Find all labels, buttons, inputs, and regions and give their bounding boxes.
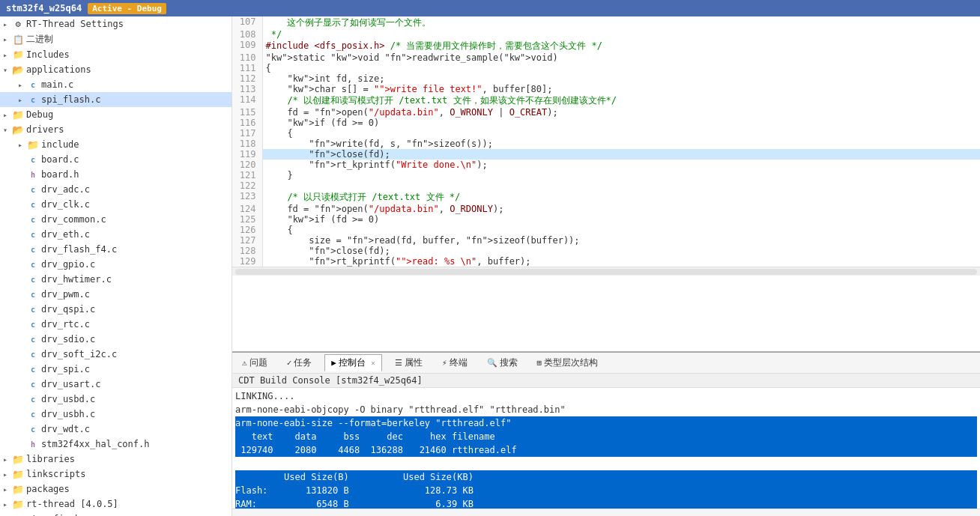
sidebar-label-debug: Debug xyxy=(26,109,53,120)
folder-icon2: 📁 xyxy=(12,109,24,121)
sidebar-label-rtthread: RT-Thread Settings xyxy=(26,19,124,29)
sidebar-label-packages: packages xyxy=(26,484,70,494)
tab-console-label: 控制台 xyxy=(339,356,366,369)
sidebar-item-packages[interactable]: ▸ 📁 packages xyxy=(0,482,232,497)
line-content: "kw">if (fd >= 0) xyxy=(262,118,980,128)
file-c-icon2: c xyxy=(27,94,39,106)
sidebar-item-libraries[interactable]: ▸ 📁 libraries xyxy=(0,452,232,467)
arrow-icon: ▾ xyxy=(3,66,10,74)
sidebar-label-drvhwtimer: drv_hwtimer.c xyxy=(41,274,112,285)
tab-terminal[interactable]: ⚡ 终端 xyxy=(435,354,474,371)
sidebar-item-debug[interactable]: ▸ 📁 Debug xyxy=(0,107,232,122)
line-number: 128 xyxy=(232,246,262,256)
sidebar-label-drvusbd: drv_usbd.c xyxy=(41,394,95,404)
sidebar-item-include[interactable]: ▸ 📁 include xyxy=(0,137,232,152)
sidebar-item-drvusbh[interactable]: c drv_usbh.c xyxy=(0,407,232,422)
line-number: 123 xyxy=(232,191,262,204)
sidebar-label-include: include xyxy=(41,139,79,150)
sidebar-label-binary: 二进制 xyxy=(26,33,53,46)
sidebar-item-rtthread-settings[interactable]: ▸ ⚙ RT-Thread Settings xyxy=(0,16,232,31)
sidebar-label-drvwdt: drv_wdt.c xyxy=(41,424,90,434)
sidebar-item-rtconfigh[interactable]: h rtconfig.h xyxy=(0,512,232,516)
tab-search[interactable]: 🔍 搜索 xyxy=(480,354,524,371)
sidebar-item-drvqspi[interactable]: c drv_qspi.c xyxy=(0,302,232,317)
arrow-icon: ▸ xyxy=(3,111,10,119)
sidebar-item-applications[interactable]: ▾ 📂 applications xyxy=(0,62,232,77)
sidebar-item-drvflash[interactable]: c drv_flash_f4.c xyxy=(0,242,232,257)
console-icon: ▶ xyxy=(331,358,336,368)
sidebar-item-spiflash[interactable]: ▸ c spi_flash.c xyxy=(0,92,232,107)
arrow-icon: ▾ xyxy=(3,126,10,134)
sidebar-label-drvclk: drv_clk.c xyxy=(41,199,90,210)
line-number: 113 xyxy=(232,84,262,94)
line-number: 108 xyxy=(232,29,262,40)
console-header-label: CDT Build Console [stm32f4_w25q64] xyxy=(238,375,423,386)
sidebar-item-drvusart[interactable]: c drv_usart.c xyxy=(0,377,232,392)
file-c-icon14: c xyxy=(27,333,39,345)
tab-typehierarchy[interactable]: ⊞ 类型层次结构 xyxy=(530,354,605,371)
console-line: RAM: 6548 B 6.39 KB xyxy=(235,497,977,509)
sidebar-item-drivers[interactable]: ▾ 📂 drivers xyxy=(0,122,232,137)
sidebar-item-drveth[interactable]: c drv_eth.c xyxy=(0,227,232,242)
terminal-icon: ⚡ xyxy=(442,358,447,368)
sidebar-label-drvrtc: drv_rtc.c xyxy=(41,319,90,330)
sidebar-item-drvpwm[interactable]: c drv_pwm.c xyxy=(0,287,232,302)
sidebar-item-drvusbd[interactable]: c drv_usbd.c xyxy=(0,392,232,407)
sidebar-label-linkscripts: linkscripts xyxy=(26,469,85,479)
file-c-icon10: c xyxy=(27,273,39,285)
console-area: ⚠ 问题 ✓ 任务 ▶ 控制台 ✕ ☰ 属性 ⚡ 终端 xyxy=(232,351,980,516)
sidebar-item-boardh[interactable]: h board.h xyxy=(0,167,232,182)
sidebar-item-rtthread[interactable]: ▸ 📁 rt-thread [4.0.5] xyxy=(0,497,232,512)
close-console-icon[interactable]: ✕ xyxy=(371,359,375,367)
line-number: 125 xyxy=(232,214,262,225)
sidebar-item-stm32conf[interactable]: h stm32f4xx_hal_conf.h xyxy=(0,437,232,452)
sidebar-label-drvusart: drv_usart.c xyxy=(41,379,100,389)
file-c-icon17: c xyxy=(27,378,39,390)
sidebar-item-boardc[interactable]: c board.c xyxy=(0,152,232,167)
sidebar-item-drvsofti2c[interactable]: c drv_soft_i2c.c xyxy=(0,347,232,362)
tab-properties[interactable]: ☰ 属性 xyxy=(388,354,429,371)
file-c-icon19: c xyxy=(27,408,39,420)
sidebar-item-drvwdt[interactable]: c drv_wdt.c xyxy=(0,422,232,437)
line-number: 119 xyxy=(232,149,262,160)
tab-tasks[interactable]: ✓ 任务 xyxy=(280,354,319,371)
arrow-icon: ▸ xyxy=(3,470,10,479)
hierarchy-icon: ⊞ xyxy=(537,358,542,368)
line-content: { xyxy=(262,128,980,139)
sidebar-label-boardh: board.h xyxy=(41,169,79,180)
code-editor[interactable]: 107 这个例子显示了如何读写一个文件。108 */109#include <d… xyxy=(232,16,980,351)
arrow-icon: ▸ xyxy=(3,500,10,509)
problems-icon: ⚠ xyxy=(242,358,247,368)
sidebar-item-drvspi[interactable]: c drv_spi.c xyxy=(0,362,232,377)
sidebar-item-includes[interactable]: ▸ 📁 Includes xyxy=(0,47,232,62)
line-number: 120 xyxy=(232,160,262,170)
tab-problems[interactable]: ⚠ 问题 xyxy=(235,354,274,371)
sidebar-label-drvflash: drv_flash_f4.c xyxy=(41,244,117,255)
sidebar-item-drvclk[interactable]: c drv_clk.c xyxy=(0,197,232,212)
tasks-icon: ✓ xyxy=(287,358,292,368)
sidebar-item-drvrtc[interactable]: c drv_rtc.c xyxy=(0,317,232,332)
sidebar-item-drvhwtimer[interactable]: c drv_hwtimer.c xyxy=(0,272,232,287)
sidebar-label-includes: Includes xyxy=(26,49,70,60)
line-content: "fn">close(fd); xyxy=(262,149,980,160)
line-content: } xyxy=(262,170,980,180)
file-c-icon18: c xyxy=(27,393,39,405)
sidebar-item-drvsdio[interactable]: c drv_sdio.c xyxy=(0,332,232,347)
line-content: { xyxy=(262,63,980,73)
sidebar-item-mainc[interactable]: ▸ c main.c xyxy=(0,77,232,92)
sidebar-item-drvcommon[interactable]: c drv_common.c xyxy=(0,212,232,227)
console-line: 129740 2080 4468 136288 21460 rtthread.e… xyxy=(235,443,977,457)
project-name: stm32f4_w25q64 xyxy=(6,3,82,13)
console-scrollbar[interactable] xyxy=(232,509,980,516)
line-number: 110 xyxy=(232,52,262,63)
sidebar-item-drvadc[interactable]: c drv_adc.c xyxy=(0,182,232,197)
sidebar-item-linkscripts[interactable]: ▸ 📁 linkscripts xyxy=(0,467,232,482)
tab-console[interactable]: ▶ 控制台 ✕ xyxy=(324,354,382,371)
sidebar-item-binary[interactable]: ▸ 📋 二进制 xyxy=(0,31,232,47)
console-content[interactable]: LINKING....arm-none-eabi-objcopy -O bina… xyxy=(232,388,980,509)
line-content: "kw">char s[] = "">write file text!", bu… xyxy=(262,84,980,94)
file-h-icon3: h xyxy=(12,513,24,516)
arrow-icon: ▸ xyxy=(3,51,10,59)
console-line xyxy=(235,457,977,470)
sidebar-item-drvgpio[interactable]: c drv_gpio.c xyxy=(0,257,232,272)
